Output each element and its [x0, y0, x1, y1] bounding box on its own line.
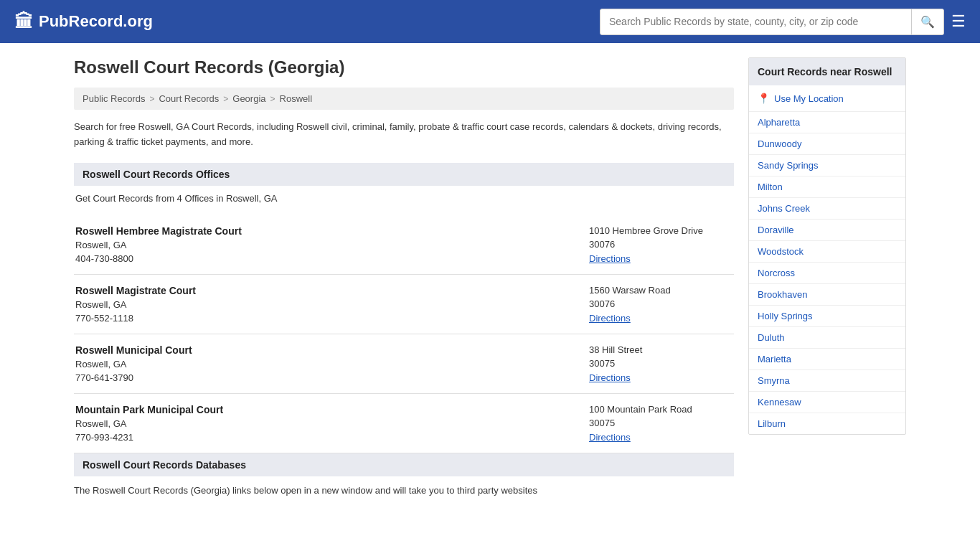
office-name: Roswell Hembree Magistrate Court [75, 225, 589, 237]
use-location-row[interactable]: 📍 Use My Location [749, 85, 905, 112]
office-address: 1560 Warsaw Road [589, 285, 732, 296]
sidebar-nearby-item: Johns Creek [749, 198, 905, 220]
office-right: 1560 Warsaw Road 30076 Directions [589, 285, 732, 324]
office-name: Mountain Park Municipal Court [75, 404, 589, 415]
sidebar-nearby-link[interactable]: Marietta [749, 349, 905, 369]
sidebar-nearby-link[interactable]: Kennesaw [749, 392, 905, 413]
office-right: 1010 Hembree Grove Drive 30076 Direction… [589, 225, 732, 264]
office-zip: 30075 [589, 418, 732, 428]
office-entry: Roswell Hembree Magistrate Court Roswell… [74, 215, 734, 275]
office-right: 38 Hill Street 30075 Directions [589, 344, 732, 383]
breadcrumb-court-records[interactable]: Court Records [159, 93, 219, 104]
office-phone: 404-730-8800 [75, 253, 589, 264]
sidebar-nearby-link[interactable]: Holly Springs [749, 306, 905, 326]
breadcrumb-georgia[interactable]: Georgia [232, 93, 265, 104]
office-phone: 770-993-4231 [75, 432, 589, 443]
directions-link[interactable]: Directions [589, 372, 631, 383]
office-left: Roswell Hembree Magistrate Court Roswell… [75, 225, 589, 264]
search-bar: 🔍 [600, 9, 944, 35]
office-city: Roswell, GA [75, 299, 589, 310]
sidebar-nearby-link[interactable]: Woodstock [749, 241, 905, 262]
databases-section-header: Roswell Court Records Databases [74, 453, 734, 476]
sidebar-nearby-item: Duluth [749, 327, 905, 349]
sidebar-nearby-link[interactable]: Smyrna [749, 370, 905, 391]
sidebar-box: Court Records near Roswell 📍 Use My Loca… [748, 57, 906, 435]
office-city: Roswell, GA [75, 359, 589, 369]
breadcrumb-sep-3: > [270, 94, 275, 104]
sidebar-nearby-link[interactable]: Milton [749, 176, 905, 197]
office-name: Roswell Municipal Court [75, 344, 589, 356]
office-phone: 770-552-1118 [75, 313, 589, 324]
breadcrumb-roswell[interactable]: Roswell [280, 93, 313, 104]
sidebar-nearby-item: Kennesaw [749, 392, 905, 413]
office-left: Mountain Park Municipal Court Roswell, G… [75, 404, 589, 443]
sidebar-nearby-link[interactable]: Brookhaven [749, 284, 905, 305]
sidebar-nearby-link[interactable]: Norcross [749, 263, 905, 283]
offices-section-header: Roswell Court Records Offices [74, 163, 734, 186]
sidebar-nearby-item: Woodstock [749, 241, 905, 263]
office-entry: Roswell Municipal Court Roswell, GA 770-… [74, 334, 734, 394]
search-icon: 🔍 [920, 16, 935, 28]
site-header: 🏛 PubRecord.org 🔍 ☰ [0, 0, 980, 43]
menu-icon[interactable]: ☰ [951, 14, 966, 29]
sidebar-nearby-link[interactable]: Doraville [749, 220, 905, 240]
directions-link[interactable]: Directions [589, 253, 631, 264]
databases-description: The Roswell Court Records (Georgia) link… [74, 484, 734, 499]
directions-link[interactable]: Directions [589, 313, 631, 324]
sidebar-nearby-link[interactable]: Lilburn [749, 413, 905, 434]
sidebar-nearby-item: Sandy Springs [749, 155, 905, 176]
page-title: Roswell Court Records (Georgia) [74, 57, 734, 77]
office-address: 100 Mountain Park Road [589, 404, 732, 415]
building-icon: 🏛 [14, 11, 33, 33]
office-zip: 30076 [589, 239, 732, 250]
sidebar-nearby-item: Dunwoody [749, 133, 905, 155]
sidebar-nearby-link[interactable]: Dunwoody [749, 133, 905, 154]
use-location-link[interactable]: Use My Location [774, 93, 844, 104]
offices-count: Get Court Records from 4 Offices in Rosw… [74, 193, 734, 204]
content-area: Roswell Court Records (Georgia) Public R… [74, 57, 734, 511]
office-entry: Mountain Park Municipal Court Roswell, G… [74, 394, 734, 453]
sidebar-nearby-item: Holly Springs [749, 306, 905, 327]
office-entry: Roswell Magistrate Court Roswell, GA 770… [74, 275, 734, 334]
directions-link[interactable]: Directions [589, 432, 631, 443]
office-address: 38 Hill Street [589, 344, 732, 355]
sidebar-nearby-item: Alpharetta [749, 112, 905, 133]
sidebar-nearby-item: Lilburn [749, 413, 905, 434]
breadcrumb-sep-2: > [223, 94, 228, 104]
sidebar-nearby-link[interactable]: Johns Creek [749, 198, 905, 219]
sidebar-nearby-item: Smyrna [749, 370, 905, 392]
header-right: 🔍 ☰ [600, 9, 966, 35]
office-city: Roswell, GA [75, 418, 589, 429]
office-left: Roswell Magistrate Court Roswell, GA 770… [75, 285, 589, 324]
search-input[interactable] [600, 10, 911, 33]
offices-list: Roswell Hembree Magistrate Court Roswell… [74, 215, 734, 453]
site-logo[interactable]: 🏛 PubRecord.org [14, 11, 153, 33]
main-container: Roswell Court Records (Georgia) Public R… [60, 43, 920, 525]
breadcrumb: Public Records > Court Records > Georgia… [74, 88, 734, 110]
page-description: Search for free Roswell, GA Court Record… [74, 120, 734, 150]
sidebar-nearby-item: Brookhaven [749, 284, 905, 306]
office-zip: 30075 [589, 358, 732, 369]
office-city: Roswell, GA [75, 240, 589, 250]
sidebar-nearby-link[interactable]: Duluth [749, 327, 905, 348]
sidebar-nearby-item: Doraville [749, 220, 905, 241]
nearby-list: AlpharettaDunwoodySandy SpringsMiltonJoh… [749, 112, 905, 434]
office-name: Roswell Magistrate Court [75, 285, 589, 296]
logo-text: PubRecord.org [39, 12, 153, 31]
sidebar-nearby-item: Milton [749, 176, 905, 198]
office-zip: 30076 [589, 298, 732, 309]
office-left: Roswell Municipal Court Roswell, GA 770-… [75, 344, 589, 383]
breadcrumb-public-records[interactable]: Public Records [83, 93, 145, 104]
office-address: 1010 Hembree Grove Drive [589, 225, 732, 236]
sidebar-title: Court Records near Roswell [749, 58, 905, 85]
sidebar-nearby-item: Norcross [749, 263, 905, 284]
office-phone: 770-641-3790 [75, 372, 589, 383]
search-button[interactable]: 🔍 [911, 9, 943, 34]
sidebar-nearby-link[interactable]: Sandy Springs [749, 155, 905, 176]
office-right: 100 Mountain Park Road 30075 Directions [589, 404, 732, 443]
breadcrumb-sep-1: > [149, 94, 154, 104]
sidebar-nearby-item: Marietta [749, 349, 905, 370]
sidebar-nearby-link[interactable]: Alpharetta [749, 112, 905, 133]
sidebar: Court Records near Roswell 📍 Use My Loca… [748, 57, 906, 511]
pin-icon: 📍 [758, 93, 770, 104]
